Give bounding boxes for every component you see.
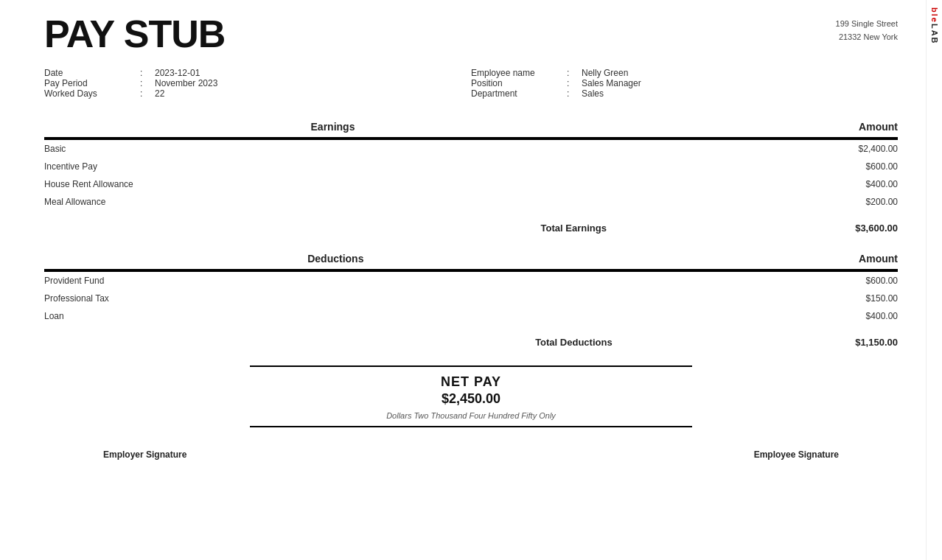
info-date-row: Date : 2023-12-01 — [44, 68, 471, 78]
address-line2: 21332 New York — [836, 31, 898, 44]
earnings-meal-amount: $200.00 — [621, 193, 898, 211]
pay-stub-page: bleLAB PAY STUB 199 Single Street 21332 … — [0, 0, 942, 560]
info-workeddays-sep: : — [140, 88, 155, 99]
earnings-houserent-amount: $400.00 — [621, 175, 898, 193]
employer-signature: Employer Signature — [103, 449, 186, 460]
earnings-incentive-amount: $600.00 — [621, 158, 898, 175]
earnings-incentive-label: Incentive Pay — [44, 158, 621, 175]
deductions-total-value: $1,150.00 — [627, 325, 898, 348]
deductions-pf-amount: $600.00 — [627, 271, 898, 290]
info-date-value: 2023-12-01 — [155, 68, 200, 78]
info-payperiod-sep: : — [140, 78, 155, 88]
earnings-title: Earnings — [44, 116, 621, 138]
earnings-houserent-row: House Rent Allowance $400.00 — [44, 175, 898, 193]
deductions-title: Deductions — [44, 248, 627, 270]
earnings-basic-label: Basic — [44, 139, 621, 158]
earnings-meal-label: Meal Allowance — [44, 193, 621, 211]
info-section: Date : 2023-12-01 Pay Period : November … — [44, 68, 898, 99]
deductions-pf-row: Provident Fund $600.00 — [44, 271, 898, 290]
info-department-row: Department : Sales — [471, 88, 898, 99]
info-position-label: Position — [471, 78, 567, 88]
info-payperiod-label: Pay Period — [44, 78, 140, 88]
deductions-protax-amount: $150.00 — [627, 290, 898, 307]
deductions-loan-row: Loan $400.00 — [44, 307, 898, 325]
address-line1: 199 Single Street — [836, 18, 898, 31]
net-pay-section: NET PAY $2,450.00 Dollars Two Thousand F… — [44, 365, 898, 427]
net-pay-amount: $2,450.00 — [442, 391, 500, 407]
net-pay-words: Dollars Two Thousand Four Hundred Fifty … — [386, 411, 556, 420]
deductions-body: Provident Fund $600.00 Professional Tax … — [44, 271, 898, 348]
net-pay-line-bottom — [250, 426, 692, 427]
employee-signature: Employee Signature — [754, 449, 839, 460]
deductions-header-row: Deductions Amount — [44, 248, 898, 270]
net-pay-line-top — [250, 365, 692, 367]
deductions-total-row: Total Deductions $1,150.00 — [44, 325, 898, 348]
earnings-total-value: $3,600.00 — [621, 211, 898, 234]
signature-row: Employer Signature Employee Signature — [44, 449, 898, 460]
info-workeddays-row: Worked Days : 22 — [44, 88, 471, 99]
info-department-label: Department — [471, 88, 567, 99]
info-department-sep: : — [567, 88, 582, 99]
info-date-sep: : — [140, 68, 155, 78]
info-empname-row: Employee name : Nelly Green — [471, 68, 898, 78]
company-address: 199 Single Street 21332 New York — [836, 18, 898, 43]
info-department-value: Sales — [582, 88, 604, 99]
deductions-protax-row: Professional Tax $150.00 — [44, 290, 898, 307]
info-payperiod-value: November 2023 — [155, 78, 217, 88]
info-empname-label: Employee name — [471, 68, 567, 78]
info-payperiod-row: Pay Period : November 2023 — [44, 78, 471, 88]
earnings-total-label: Total Earnings — [44, 211, 621, 234]
earnings-incentive-row: Incentive Pay $600.00 — [44, 158, 898, 175]
earnings-houserent-label: House Rent Allowance — [44, 175, 621, 193]
earnings-body: Basic $2,400.00 Incentive Pay $600.00 Ho… — [44, 139, 898, 234]
deductions-table: Deductions Amount Provident Fund $600.00… — [44, 248, 898, 348]
brand-red-text: ble — [930, 7, 939, 24]
info-empname-sep: : — [567, 68, 582, 78]
info-position-value: Sales Manager — [582, 78, 641, 88]
brand-black-text: LAB — [930, 24, 939, 45]
deductions-amount-header: Amount — [627, 248, 898, 270]
page-title: PAY STUB — [44, 15, 225, 53]
deductions-loan-amount: $400.00 — [627, 307, 898, 325]
earnings-amount-header: Amount — [621, 116, 898, 138]
info-workeddays-value: 22 — [155, 88, 164, 99]
section-spacer — [44, 234, 898, 248]
net-pay-title: NET PAY — [441, 374, 501, 390]
earnings-basic-row: Basic $2,400.00 — [44, 139, 898, 158]
earnings-basic-amount: $2,400.00 — [621, 139, 898, 158]
info-position-row: Position : Sales Manager — [471, 78, 898, 88]
brand-label: bleLAB — [930, 7, 939, 45]
deductions-protax-label: Professional Tax — [44, 290, 627, 307]
deductions-pf-label: Provident Fund — [44, 271, 627, 290]
info-right: Employee name : Nelly Green Position : S… — [471, 68, 898, 99]
header: PAY STUB 199 Single Street 21332 New Yor… — [44, 15, 898, 53]
info-empname-value: Nelly Green — [582, 68, 628, 78]
sidebar-brand: bleLAB — [926, 0, 942, 560]
info-workeddays-label: Worked Days — [44, 88, 140, 99]
earnings-meal-row: Meal Allowance $200.00 — [44, 193, 898, 211]
earnings-header-row: Earnings Amount — [44, 116, 898, 138]
earnings-table: Earnings Amount Basic $2,400.00 Incentiv… — [44, 116, 898, 234]
info-left: Date : 2023-12-01 Pay Period : November … — [44, 68, 471, 99]
earnings-total-row: Total Earnings $3,600.00 — [44, 211, 898, 234]
deductions-total-label: Total Deductions — [44, 325, 627, 348]
deductions-loan-label: Loan — [44, 307, 627, 325]
info-position-sep: : — [567, 78, 582, 88]
info-date-label: Date — [44, 68, 140, 78]
